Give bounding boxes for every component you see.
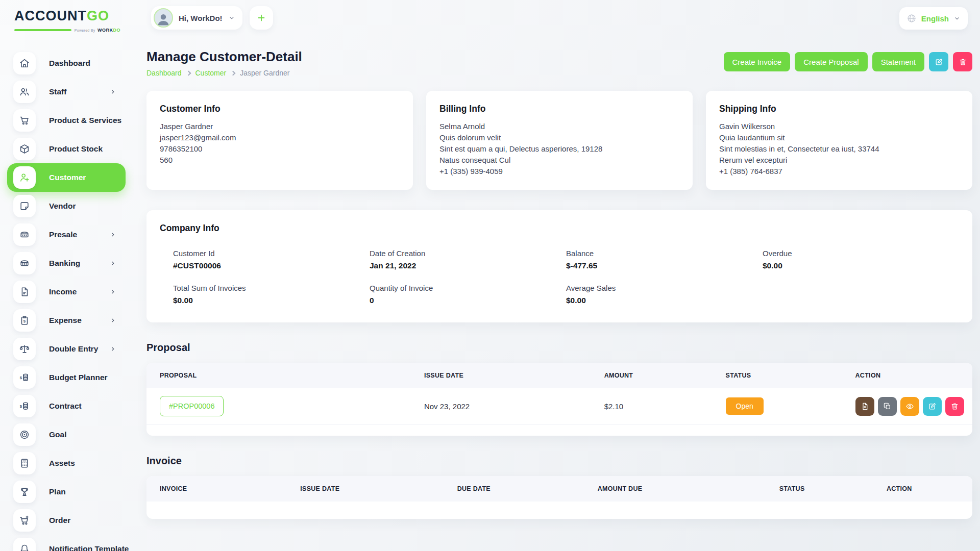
sidebar-item-label: Budget Planner (49, 373, 108, 382)
user-menu[interactable]: Hi, WorkDo! (151, 6, 242, 30)
shipping-info-card: Shipping Info Gavin Wilkerson Quia lauda… (706, 91, 972, 190)
sidebar-item-vendor[interactable]: Vendor (0, 192, 134, 220)
app-logo[interactable]: ACCOUNTGO Powered By WORKDO (14, 8, 120, 35)
proposal-edit-button[interactable] (923, 397, 942, 416)
sidebar-item-label: Plan (49, 487, 66, 496)
statement-button[interactable]: Statement (872, 52, 924, 71)
clipboard-dollar-icon: $ (13, 309, 36, 332)
sidebar-item-dashboard[interactable]: Dashboard (0, 49, 134, 78)
empty-invoice-row (146, 502, 972, 519)
proposal-table: Proposal Issue Date Amount Status Action… (146, 363, 972, 436)
card-title: Customer Info (160, 104, 400, 114)
breadcrumb-customer[interactable]: Customer (195, 69, 227, 77)
shipping-address-1: Quia laudantium sit (719, 132, 959, 143)
proposal-pdf-button[interactable] (855, 397, 874, 416)
proposal-number-link[interactable]: #PROP00006 (160, 396, 224, 416)
chevron-right-icon (109, 260, 116, 267)
file-invoice-icon (861, 402, 869, 411)
cart-icon (13, 109, 36, 132)
sidebar-item-staff[interactable]: Staff (0, 78, 134, 106)
sidebar-item-presale[interactable]: Presale (0, 220, 134, 249)
customer-info-card: Customer Info Jasper Gardner jasper123@g… (146, 91, 413, 190)
invoice-section-title: Invoice (146, 455, 972, 467)
sidebar-item-expense[interactable]: $ Expense (0, 306, 134, 335)
sidebar-item-double-entry[interactable]: Double Entry (0, 335, 134, 363)
breadcrumb: Dashboard Customer Jasper Gardner (146, 69, 302, 77)
bank-icon (13, 223, 36, 246)
bell-icon (13, 538, 36, 551)
breadcrumb-separator-icon (231, 71, 236, 76)
sidebar-item-product-stock[interactable]: Product Stock (0, 135, 134, 163)
status-badge[interactable]: Open (726, 397, 764, 415)
greeting-label: Hi, WorkDo! (179, 14, 223, 22)
table-row: #PROP00006 Nov 23, 2022 $2.10 Open (146, 388, 972, 424)
column-header: Action (850, 363, 972, 388)
page-title: Manage Customer-Detail (146, 49, 302, 65)
field-customer-id: Customer Id #CUST00006 (173, 249, 370, 270)
billing-name: Selma Arnold (439, 121, 679, 132)
sidebar-item-product-services[interactable]: Product & Services (0, 106, 134, 135)
sidebar-item-assets[interactable]: Assets (0, 449, 134, 478)
language-selector[interactable]: English (899, 7, 968, 30)
sidebar-item-budget-planner[interactable]: $ Budget Planner (0, 363, 134, 392)
sidebar-item-income[interactable]: Income (0, 278, 134, 306)
proposal-duplicate-button[interactable] (878, 397, 897, 416)
chevron-right-icon (109, 288, 116, 295)
billing-address-3: Natus consequat Cul (439, 155, 679, 166)
copy-icon (883, 402, 892, 411)
customer-name: Jasper Gardner (160, 121, 400, 132)
sidebar-item-label: Order (49, 516, 70, 525)
proposal-section-title: Proposal (146, 342, 972, 354)
sidebar-item-label: Assets (49, 459, 75, 468)
sidebar-item-label: Expense (49, 316, 82, 325)
invoice-table: Invoice Issue Date Due Date Amount Due S… (146, 476, 972, 519)
column-header: Issue Date (419, 363, 599, 388)
proposal-view-button[interactable] (900, 397, 919, 416)
target-icon (13, 423, 36, 446)
powered-by-label: Powered By (75, 29, 95, 32)
column-header: Status (721, 363, 850, 388)
card-title: Shipping Info (719, 104, 959, 114)
edit-icon (928, 402, 937, 411)
sidebar-item-label: Presale (49, 230, 77, 239)
breadcrumb-dashboard[interactable]: Dashboard (146, 69, 182, 77)
svg-text:$: $ (20, 375, 22, 380)
delete-customer-button[interactable] (953, 52, 972, 71)
breadcrumb-separator-icon (186, 71, 191, 76)
create-invoice-button[interactable]: Create Invoice (724, 52, 791, 71)
powered-by-brand: WORKDO (97, 28, 120, 33)
edit-customer-button[interactable] (929, 52, 948, 71)
sidebar-item-plan[interactable]: Plan (0, 478, 134, 506)
customer-extra: 560 (160, 155, 400, 166)
sidebar-item-label: Banking (49, 259, 80, 268)
sidebar-item-label: Staff (49, 87, 66, 96)
logo-wordmark: ACCOUNTGO (14, 8, 120, 24)
billing-address-2: Sint est quam a qui, Delectus asperiores… (439, 143, 679, 155)
trophy-icon (13, 481, 36, 503)
sidebar-item-banking[interactable]: Banking (0, 249, 134, 278)
sidebar-item-goal[interactable]: Goal (0, 420, 134, 449)
bank-icon (13, 252, 36, 274)
sidebar-item-order[interactable]: Order (0, 506, 134, 535)
sidebar: ACCOUNTGO Powered By WORKDO Dashboard St… (0, 0, 134, 551)
sidebar-item-customer[interactable]: Customer (7, 163, 126, 192)
sidebar-item-contract[interactable]: $ Contract (0, 392, 134, 420)
sidebar-item-label: Income (49, 287, 77, 296)
chevron-right-icon (109, 345, 116, 353)
globe-icon (906, 13, 917, 23)
shipping-address-3: Rerum vel excepturi (719, 155, 959, 166)
language-label: English (921, 14, 949, 23)
shipping-name: Gavin Wilkerson (719, 121, 959, 132)
scales-icon (13, 338, 36, 360)
sidebar-item-label: Contract (49, 402, 82, 411)
proposal-table-card: Proposal Issue Date Amount Status Action… (146, 363, 972, 436)
sidebar-item-label: Customer (49, 173, 86, 182)
edit-icon (935, 58, 943, 66)
shipping-address-2: Sint molestias in et, Consectetur ea ius… (719, 143, 959, 155)
cart-plus-icon (13, 509, 36, 532)
sidebar-item-notification-template[interactable]: Notification Template (0, 535, 134, 551)
create-proposal-button[interactable]: Create Proposal (795, 52, 867, 71)
add-button[interactable] (250, 6, 273, 30)
home-icon (13, 52, 36, 74)
proposal-delete-button[interactable] (945, 397, 964, 416)
